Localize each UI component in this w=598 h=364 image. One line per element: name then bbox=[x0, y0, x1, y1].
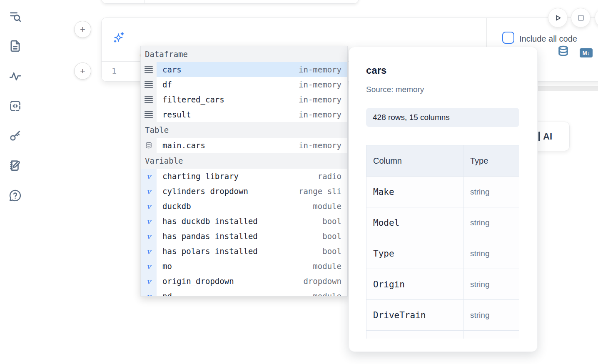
autocomplete-item-main: filtered_carsin-memory bbox=[157, 92, 347, 107]
dataframe-rows-icon bbox=[141, 92, 157, 107]
item-name: duckdb bbox=[162, 202, 191, 211]
item-type: bool bbox=[317, 247, 341, 256]
autocomplete-item[interactable]: vduckdbmodule bbox=[141, 199, 347, 214]
autocomplete-item[interactable]: vcharting_libraryradio bbox=[141, 169, 347, 184]
autocomplete-item-main: has_polars_installedbool bbox=[157, 244, 347, 259]
item-name: result bbox=[162, 110, 191, 119]
item-name: charting_library bbox=[162, 172, 239, 181]
autocomplete-item-main: resultin-memory bbox=[157, 107, 347, 122]
include-all-code-label: Include all code bbox=[519, 34, 577, 44]
item-type: in-memory bbox=[294, 141, 341, 150]
autocomplete-item-main: dfin-memory bbox=[157, 77, 347, 92]
stop-button[interactable] bbox=[571, 8, 591, 27]
variable-v-icon: v bbox=[141, 244, 157, 259]
clipped-letter-fragment bbox=[538, 132, 540, 141]
autocomplete-item[interactable]: dfin-memory bbox=[141, 77, 347, 92]
autocomplete-item-main: has_duckdb_installedbool bbox=[157, 214, 347, 229]
item-type: module bbox=[308, 292, 341, 297]
schema-column-type: string bbox=[463, 269, 520, 300]
item-type: radio bbox=[313, 172, 341, 181]
code-block-icon[interactable] bbox=[8, 99, 22, 113]
sparkles-ai-icon bbox=[113, 32, 125, 43]
add-cell-above-button[interactable]: + bbox=[74, 21, 91, 38]
schema-column-type: string bbox=[463, 177, 520, 207]
schema-table-wrap: ColumnTypeMakestringModelstringTypestrin… bbox=[366, 145, 519, 339]
preview-title: cars bbox=[366, 65, 386, 76]
markdown-convert-icon[interactable]: M↓ bbox=[580, 48, 593, 57]
item-name: origin_dropdown bbox=[162, 277, 234, 286]
schema-row: Typestring bbox=[366, 238, 520, 269]
item-name: has_duckdb_installed bbox=[162, 217, 258, 226]
preview-source: Source: memory bbox=[366, 85, 424, 94]
item-name: pd bbox=[162, 292, 172, 297]
item-name: has_pandas_installed bbox=[162, 232, 258, 241]
schema-row-partial bbox=[366, 331, 520, 339]
help-chat-icon[interactable] bbox=[8, 189, 22, 202]
autocomplete-item-main: charting_libraryradio bbox=[157, 169, 347, 184]
variable-v-icon: v bbox=[141, 199, 157, 214]
key-icon[interactable] bbox=[8, 129, 22, 142]
file-document-icon[interactable] bbox=[8, 39, 22, 53]
autocomplete-item[interactable]: vpdmodule bbox=[141, 289, 347, 297]
autocomplete-item[interactable]: vhas_pandas_installedbool bbox=[141, 229, 347, 244]
dataframe-rows-icon bbox=[141, 77, 157, 92]
variable-v-icon: v bbox=[141, 169, 157, 184]
variable-v-icon: v bbox=[141, 289, 157, 297]
autocomplete-item[interactable]: vmomodule bbox=[141, 259, 347, 274]
autocomplete-popup: Dataframecarsin-memorydfin-memoryfiltere… bbox=[140, 46, 348, 297]
variable-v-icon: v bbox=[141, 184, 157, 199]
schema-column-name: Make bbox=[366, 177, 463, 207]
autocomplete-item-main: has_pandas_installedbool bbox=[157, 229, 347, 244]
scratchpad-icon[interactable] bbox=[8, 159, 22, 172]
autocomplete-item[interactable]: main.carsin-memory bbox=[141, 138, 347, 153]
autocomplete-item-main: pdmodule bbox=[157, 289, 347, 297]
run-cell-button[interactable] bbox=[548, 8, 568, 27]
database-small-icon bbox=[141, 138, 157, 153]
autocomplete-item[interactable]: vhas_duckdb_installedbool bbox=[141, 214, 347, 229]
activity-icon[interactable] bbox=[8, 70, 22, 83]
schema-table: ColumnTypeMakestringModelstringTypestrin… bbox=[366, 145, 519, 339]
autocomplete-item[interactable]: resultin-memory bbox=[141, 107, 347, 122]
item-type: module bbox=[308, 262, 341, 271]
item-name: mo bbox=[162, 262, 172, 271]
schema-column-name: Model bbox=[366, 207, 463, 238]
autocomplete-item[interactable]: carsin-memory bbox=[141, 62, 347, 77]
add-cell-below-button[interactable]: + bbox=[74, 62, 91, 80]
database-icon[interactable] bbox=[557, 45, 569, 59]
variable-v-icon: v bbox=[141, 274, 157, 289]
autocomplete-item[interactable]: vhas_polars_installedbool bbox=[141, 244, 347, 259]
stop-icon bbox=[576, 13, 586, 23]
autocomplete-item[interactable]: filtered_carsin-memory bbox=[141, 92, 347, 107]
schema-row: Modelstring bbox=[366, 207, 520, 238]
item-type: in-memory bbox=[294, 65, 341, 74]
autocomplete-item[interactable]: vorigin_dropdowndropdown bbox=[141, 274, 347, 289]
autocomplete-item-main: main.carsin-memory bbox=[157, 138, 347, 153]
include-all-code-checkbox[interactable] bbox=[502, 32, 514, 44]
item-type: module bbox=[308, 202, 341, 211]
autocomplete-item-main: carsin-memory bbox=[157, 62, 347, 77]
schema-row: DriveTrainstring bbox=[366, 300, 520, 331]
dataframe-preview-panel: cars Source: memory 428 rows, 15 columns… bbox=[349, 47, 538, 352]
item-type: bool bbox=[317, 232, 341, 241]
variable-v-icon: v bbox=[141, 259, 157, 274]
autocomplete-item[interactable]: vcylinders_dropdownrange_sli bbox=[141, 184, 347, 199]
item-name: has_polars_installed bbox=[162, 247, 258, 256]
autocomplete-item-main: momodule bbox=[157, 259, 347, 274]
autocomplete-item-main: origin_dropdowndropdown bbox=[157, 274, 347, 289]
schema-header-type: Type bbox=[463, 145, 520, 177]
play-icon bbox=[553, 13, 563, 23]
variable-v-icon: v bbox=[141, 229, 157, 244]
schema-column-name: Type bbox=[366, 238, 463, 269]
shape-badge: 428 rows, 15 columns bbox=[366, 108, 519, 127]
schema-column-type: string bbox=[463, 207, 520, 238]
cell-gutter-divider bbox=[145, 0, 145, 3]
schema-column-type: string bbox=[463, 238, 520, 269]
schema-column-name: Origin bbox=[366, 269, 463, 300]
item-type: dropdown bbox=[298, 277, 341, 286]
item-type: in-memory bbox=[294, 95, 341, 104]
dataframe-rows-icon bbox=[141, 107, 157, 122]
notebook-list-search-icon[interactable] bbox=[8, 10, 22, 24]
item-type: bool bbox=[317, 217, 341, 226]
horizontal-scrollbar[interactable] bbox=[538, 86, 598, 91]
item-name: filtered_cars bbox=[162, 95, 224, 104]
